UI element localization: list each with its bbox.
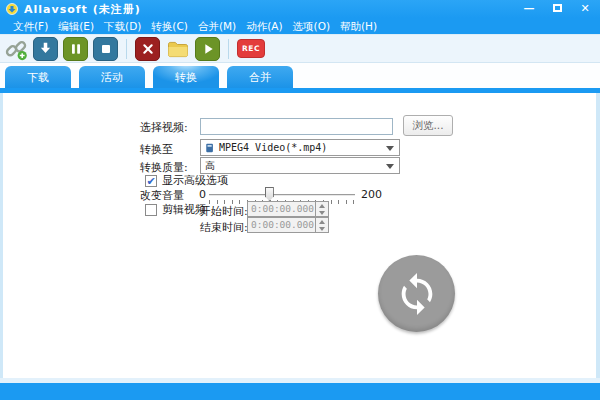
output-format-value: MPEG4 Video(*.mp4) — [219, 142, 327, 153]
minimize-button[interactable]: — — [522, 0, 536, 18]
start-time-value: 0:00:00.000 — [248, 202, 315, 216]
tab-strip: 下载 活动 转换 合并 — [0, 63, 600, 88]
status-bar — [0, 383, 600, 400]
end-time-label: 结束时间: — [200, 220, 248, 235]
spinner-arrows — [315, 218, 328, 232]
volume-min-label: 0 — [199, 188, 206, 201]
download-button[interactable] — [33, 37, 58, 61]
end-time-spinner: 0:00:00.000 — [247, 217, 329, 233]
convert-panel: 选择视频: 浏览... 转换至 MPEG4 Video(*.mp4) 转换质量:… — [3, 93, 596, 378]
app-window: Allavsoft (未注册) — ✕ 文件(F) 编辑(E) 下载(D) 转换… — [0, 0, 600, 400]
download-arrow-icon — [37, 40, 54, 57]
chain-link-icon — [4, 37, 28, 61]
refresh-sync-icon — [394, 271, 440, 317]
play-button[interactable] — [195, 37, 220, 61]
volume-max-label: 200 — [361, 188, 382, 201]
advanced-label: 显示高级选项 — [162, 173, 228, 188]
menu-action[interactable]: 动作(A) — [241, 18, 287, 34]
app-logo-icon — [6, 3, 18, 15]
end-time-value: 0:00:00.000 — [248, 218, 315, 232]
close-button[interactable]: ✕ — [578, 0, 592, 18]
start-time-spinner: 0:00:00.000 — [247, 201, 329, 217]
menu-file[interactable]: 文件(F) — [8, 18, 53, 34]
pause-button[interactable] — [63, 37, 88, 61]
output-format-select[interactable]: MPEG4 Video(*.mp4) — [200, 139, 400, 156]
volume-slider-track[interactable] — [209, 194, 355, 196]
advanced-checkbox: ✔ — [145, 175, 157, 187]
chevron-down-icon — [386, 164, 394, 169]
quality-select[interactable]: 高 — [200, 157, 400, 174]
tab-activity[interactable]: 活动 — [79, 66, 145, 88]
tab-merge[interactable]: 合并 — [227, 66, 293, 88]
remove-button[interactable] — [135, 37, 160, 61]
quality-value: 高 — [205, 159, 215, 173]
browse-button[interactable]: 浏览... — [403, 115, 453, 136]
convert-refresh-button[interactable] — [378, 255, 455, 332]
add-url-button[interactable] — [3, 37, 28, 61]
title-bar: Allavsoft (未注册) — ✕ — [0, 0, 600, 18]
menu-download[interactable]: 下载(D) — [99, 18, 146, 34]
menu-edit[interactable]: 编辑(E) — [53, 18, 99, 34]
menu-help[interactable]: 帮助(H) — [335, 18, 382, 34]
start-time-label: 开始时间: — [200, 204, 248, 219]
pause-icon — [68, 41, 84, 57]
stop-button[interactable] — [93, 37, 118, 61]
select-video-label: 选择视频: — [140, 120, 188, 135]
advanced-options-toggle[interactable]: ✔ 显示高级选项 — [145, 173, 228, 188]
maximize-button[interactable] — [550, 0, 564, 18]
open-folder-button[interactable] — [165, 37, 190, 61]
tab-convert[interactable]: 转换 — [153, 66, 219, 88]
record-button[interactable]: REC — [237, 39, 265, 58]
folder-icon — [166, 37, 190, 61]
spin-up-icon — [316, 202, 328, 209]
close-x-icon — [140, 41, 156, 57]
video-path-input[interactable] — [200, 118, 393, 135]
volume-slider-handle[interactable] — [265, 187, 274, 201]
chevron-down-icon — [386, 146, 394, 151]
play-icon — [200, 41, 216, 57]
video-file-icon — [205, 143, 215, 153]
menu-options[interactable]: 选项(O) — [288, 18, 335, 34]
maximize-icon — [553, 4, 562, 12]
toolbar-separator — [126, 39, 127, 59]
tab-download[interactable]: 下载 — [5, 66, 71, 88]
toolbar-separator — [228, 39, 229, 59]
convert-to-label: 转换至 — [140, 142, 173, 157]
spin-up-icon — [316, 218, 328, 225]
menu-merge[interactable]: 合并(M) — [193, 18, 241, 34]
clip-video-toggle[interactable]: ✔ 剪辑视频 — [145, 202, 206, 217]
spinner-arrows — [315, 202, 328, 216]
window-title: Allavsoft (未注册) — [24, 2, 141, 17]
stop-icon — [98, 41, 114, 57]
spin-down-icon — [316, 209, 328, 216]
clip-checkbox: ✔ — [145, 204, 157, 216]
menu-bar: 文件(F) 编辑(E) 下载(D) 转换(C) 合并(M) 动作(A) 选项(O… — [0, 18, 600, 34]
volume-label: 改变音量 — [140, 188, 184, 203]
menu-convert[interactable]: 转换(C) — [146, 18, 193, 34]
toolbar: REC — [0, 34, 600, 63]
spin-down-icon — [316, 225, 328, 232]
